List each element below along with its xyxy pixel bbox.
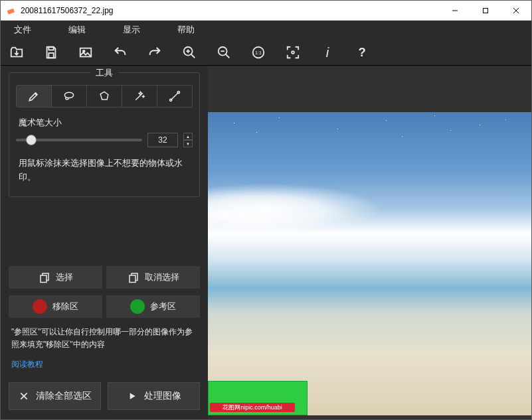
menu-edit[interactable]: 编辑 [62, 21, 96, 38]
help-button[interactable]: ? [353, 43, 371, 62]
process-label: 处理图像 [144, 390, 181, 402]
x-icon [19, 391, 29, 401]
svg-rect-6 [48, 46, 53, 50]
svg-text:i: i [326, 45, 329, 60]
deselect-button[interactable]: 取消选择 [106, 266, 200, 289]
tool-tab-lasso[interactable] [52, 86, 87, 107]
save-button[interactable] [42, 43, 60, 62]
canvas-area[interactable]: 花图网nipic.com/huabi [208, 66, 531, 419]
tools-panel: 工具 魔术笔大小 32 [9, 72, 200, 197]
brush-size-value[interactable]: 32 [147, 133, 178, 147]
select-button-label: 选择 [56, 271, 73, 283]
copy-icon [128, 271, 139, 283]
play-icon [127, 391, 137, 401]
app-window: 200811617506372_22.jpg 文件 编辑 显示 帮助 1:1 i… [0, 0, 532, 420]
menu-file[interactable]: 文件 [7, 21, 42, 38]
tool-tab-marker[interactable] [17, 86, 52, 107]
remove-color-icon [33, 299, 47, 314]
svg-point-22 [64, 92, 73, 98]
svg-rect-27 [41, 275, 46, 283]
brush-size-label: 魔术笔大小 [19, 117, 193, 129]
open-button[interactable] [7, 43, 26, 62]
tool-tab-polygon[interactable] [87, 86, 122, 107]
brush-size-slider[interactable] [16, 134, 142, 146]
clear-all-button[interactable]: 清除全部选区 [9, 382, 101, 410]
sidebar: 工具 魔术笔大小 32 [1, 66, 208, 419]
main-area: 工具 魔术笔大小 32 [1, 66, 531, 419]
copy-icon [39, 271, 50, 283]
svg-rect-3 [484, 8, 488, 13]
reference-zone-button[interactable]: 参考区 [106, 295, 200, 318]
menubar: 文件 编辑 显示 帮助 [1, 21, 531, 39]
zoom-actual-button[interactable]: 1:1 [249, 43, 268, 62]
watermark-label: 花图网nipic.com/huabi [210, 403, 295, 412]
tool-tab-magic-wand[interactable] [122, 86, 157, 107]
svg-line-15 [226, 54, 230, 58]
svg-text:1:1: 1:1 [255, 49, 262, 55]
redo-button[interactable] [145, 43, 164, 62]
undo-button[interactable] [111, 43, 130, 62]
brush-size-up[interactable]: ▲ [183, 133, 193, 140]
app-icon [6, 5, 17, 16]
window-title: 200811617506372_22.jpg [21, 6, 440, 15]
app-body: 文件 编辑 显示 帮助 1:1 i ? 工具 [1, 21, 531, 419]
reference-zone-label: 参考区 [150, 301, 176, 313]
info-button[interactable]: i [318, 43, 337, 62]
brush-size-down[interactable]: ▼ [183, 140, 193, 147]
tool-tab-line[interactable] [157, 86, 192, 107]
bottom-actions: 清除全部选区 处理图像 [9, 382, 200, 410]
maximize-button[interactable] [470, 1, 501, 20]
selection-buttons: 选择 取消选择 [9, 266, 200, 289]
zoom-out-button[interactable] [215, 43, 233, 62]
titlebar[interactable]: 200811617506372_22.jpg [1, 1, 531, 21]
minimize-button[interactable] [440, 1, 470, 20]
svg-point-19 [292, 51, 294, 54]
brush-size-row: 32 ▲ ▼ [16, 133, 193, 147]
svg-rect-7 [48, 52, 53, 57]
tools-panel-title: 工具 [90, 67, 118, 79]
tool-hint: 用鼠标涂抹来选择图像上不想要的物体或水印。 [19, 157, 190, 184]
zone-buttons: 移除区 参考区 [9, 295, 200, 318]
window-controls [440, 1, 531, 20]
slider-thumb[interactable] [26, 135, 37, 145]
reference-note: "参照区"可以让你自行控制用哪一部分的图像作为参照来填充"移除区"中的内容 [11, 326, 197, 351]
tool-tabs [16, 85, 193, 107]
svg-line-23 [171, 92, 179, 100]
svg-rect-0 [7, 8, 15, 14]
svg-text:?: ? [358, 45, 365, 59]
svg-line-11 [191, 54, 195, 58]
tutorial-link[interactable]: 阅读教程 [11, 359, 197, 370]
reference-selection-overlay[interactable]: 花图网nipic.com/huabi [208, 381, 308, 415]
svg-rect-29 [130, 275, 135, 283]
sidebar-spacer [9, 204, 200, 259]
clear-all-label: 清除全部选区 [36, 390, 92, 402]
clouds [208, 179, 402, 240]
remove-zone-label: 移除区 [52, 301, 78, 313]
menu-help[interactable]: 帮助 [171, 21, 205, 38]
process-button[interactable]: 处理图像 [108, 382, 200, 410]
reference-color-icon [130, 299, 145, 314]
menu-view[interactable]: 显示 [116, 21, 151, 38]
brush-size-spinner: ▲ ▼ [183, 133, 193, 147]
deselect-button-label: 取消选择 [145, 271, 179, 283]
zoom-fit-button[interactable] [284, 43, 302, 62]
image-preview[interactable]: 花图网nipic.com/huabi [208, 112, 531, 415]
remove-zone-button[interactable]: 移除区 [9, 295, 102, 318]
close-button[interactable] [501, 1, 531, 20]
toolbar: 1:1 i ? [1, 39, 531, 66]
svg-rect-1 [11, 5, 14, 9]
zoom-in-button[interactable] [180, 43, 199, 62]
image-button[interactable] [76, 43, 95, 62]
select-button[interactable]: 选择 [9, 266, 102, 289]
